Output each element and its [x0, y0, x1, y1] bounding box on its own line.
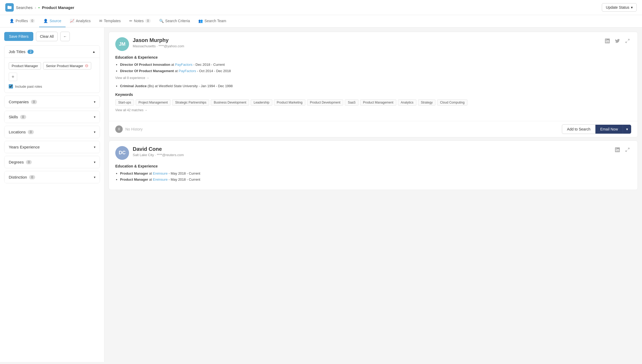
- profile-details: Jason Murphy Massachusetts · ****@yahoo.…: [133, 37, 184, 48]
- keyword-product-development: Product Development: [307, 99, 343, 106]
- email-now-button[interactable]: Email Now: [595, 125, 623, 134]
- exp-item-david-1: Product Manager at Ereinsure - May 2018 …: [120, 171, 631, 176]
- filter-companies-header[interactable]: Companies 0 ▾: [4, 96, 100, 108]
- filter-distinction-label: Distinction: [9, 175, 27, 179]
- history-section: 0 No History: [115, 125, 143, 133]
- include-past-roles: Include past roles: [9, 84, 95, 88]
- profile-main-david: DC David Cone Salt Lake City · ****@reut…: [109, 141, 638, 190]
- company-link-payfactors-1[interactable]: PayFactors: [175, 63, 192, 67]
- keywords-section: Keywords Start-ups Project Management St…: [115, 92, 631, 116]
- breadcrumb-dot: ●: [38, 6, 40, 9]
- tab-source[interactable]: 👤 Source: [39, 15, 65, 27]
- nav-tabs: 👤 Profiles 0 👤 Source 📈 Analytics ✉ Temp…: [0, 15, 642, 27]
- view-all-matches-link[interactable]: View all 42 matches →: [115, 108, 148, 112]
- filter-skills: Skills 0 ▾: [4, 111, 100, 123]
- profile-location-email-david: Salt Lake City · ****@reuters.com: [133, 153, 184, 157]
- profile-main: JM Jason Murphy Massachusetts · ****@yah…: [109, 32, 638, 121]
- avatar-david: DC: [115, 146, 129, 160]
- expand-icon-david[interactable]: [624, 146, 631, 153]
- filter-years-experience-header[interactable]: Years Experience ▾: [4, 141, 100, 153]
- keyword-project-management: Project Management: [136, 99, 171, 106]
- filter-distinction-header[interactable]: Distinction 0 ▾: [4, 171, 100, 183]
- keyword-start-ups: Start-ups: [115, 99, 134, 106]
- profile-card-jason-murphy: JM Jason Murphy Massachusetts · ****@yah…: [109, 32, 638, 137]
- profile-info-david: DC David Cone Salt Lake City · ****@reut…: [115, 146, 184, 160]
- analytics-icon: 📈: [70, 19, 74, 23]
- save-filters-button[interactable]: Save Filters: [4, 32, 33, 41]
- top-bar: Searches › ● Product Manager Update Stat…: [0, 0, 642, 15]
- breadcrumb-separator: ›: [35, 5, 36, 10]
- linkedin-icon[interactable]: [604, 37, 611, 45]
- linkedin-icon-david[interactable]: [614, 146, 621, 153]
- profile-card-david-cone: DC David Cone Salt Lake City · ****@reut…: [109, 141, 638, 190]
- chevron-down-icon: ▾: [94, 175, 95, 179]
- clear-all-button[interactable]: Clear All: [36, 32, 58, 41]
- tab-templates[interactable]: ✉ Templates: [95, 15, 125, 27]
- notes-icon: ✏: [129, 19, 132, 23]
- filter-companies-label: Companies: [9, 100, 29, 104]
- email-now-dropdown-button[interactable]: ▾: [623, 125, 631, 134]
- company-link-payfactors-2[interactable]: PayFactors: [179, 69, 196, 73]
- twitter-icon[interactable]: [614, 37, 621, 45]
- filter-companies: Companies 0 ▾: [4, 96, 100, 108]
- profile-location-email: Massachusetts · ****@yahoo.com: [133, 44, 184, 48]
- profile-info: JM Jason Murphy Massachusetts · ****@yah…: [115, 37, 184, 51]
- filter-distinction-badge: 0: [29, 175, 35, 179]
- education-list: Criminal Justice (Bs) at Westfield State…: [115, 83, 631, 89]
- tab-analytics[interactable]: 📈 Analytics: [66, 15, 95, 27]
- breadcrumb-current: Product Manager: [42, 5, 74, 10]
- keyword-cloud-computing: Cloud Computing: [437, 99, 467, 106]
- include-past-roles-checkbox[interactable]: [9, 84, 13, 88]
- content-area: JM Jason Murphy Massachusetts · ****@yah…: [104, 27, 642, 362]
- view-all-experience-link[interactable]: View all 8 experience →: [115, 76, 149, 80]
- chevron-down-icon: ▾: [94, 160, 95, 164]
- filter-degrees-badge: 0: [26, 160, 32, 164]
- keyword-strategy: Strategy: [418, 99, 436, 106]
- profile-icons: [604, 37, 631, 45]
- add-job-title-button[interactable]: +: [9, 73, 17, 81]
- collapse-sidebar-button[interactable]: ←: [60, 32, 70, 41]
- remove-senior-pm-button[interactable]: ⊖: [85, 64, 88, 68]
- filter-skills-header[interactable]: Skills 0 ▾: [4, 111, 100, 123]
- tab-profiles[interactable]: 👤 Profiles 0: [5, 15, 39, 27]
- breadcrumb-searches[interactable]: Searches: [16, 5, 33, 10]
- education-experience-title-david: Education & Experience: [115, 164, 631, 168]
- avatar: JM: [115, 37, 129, 51]
- update-status-button[interactable]: Update Status ▾: [602, 3, 637, 12]
- profile-footer-jason-murphy: 0 No History Add to Search Email Now ▾: [109, 121, 638, 137]
- filter-skills-badge: 0: [20, 115, 26, 119]
- tab-notes[interactable]: ✏ Notes 0: [125, 15, 155, 27]
- profile-name-david: David Cone: [133, 146, 184, 152]
- include-past-roles-label: Include past roles: [15, 85, 42, 88]
- experience-list: Director Of Product Innovation at PayFac…: [115, 62, 631, 73]
- filter-degrees: Degrees 0 ▾: [4, 156, 100, 168]
- filter-distinction: Distinction 0 ▾: [4, 171, 100, 183]
- filter-locations-header[interactable]: Locations 0 ▾: [4, 126, 100, 138]
- tag-senior-product-manager: Senior Product Manager ⊖: [43, 62, 91, 69]
- keyword-product-management: Product Management: [360, 99, 396, 106]
- source-icon: 👤: [43, 19, 48, 23]
- tab-search-team[interactable]: 👥 Search Team: [194, 15, 230, 27]
- filter-degrees-header[interactable]: Degrees 0 ▾: [4, 156, 100, 168]
- footer-actions: Add to Search Email Now ▾: [562, 124, 631, 134]
- keyword-analytics: Analytics: [398, 99, 416, 106]
- history-badge: 0: [115, 125, 123, 133]
- filter-job-titles-header[interactable]: Job Titles 2 ▲: [4, 46, 100, 58]
- education-experience-title: Education & Experience: [115, 55, 631, 59]
- keyword-business-development: Business Development: [211, 99, 249, 106]
- company-link-ereinsure-2[interactable]: Ereinsure: [153, 178, 168, 181]
- profile-icons-david: [614, 146, 631, 153]
- education-item-1: Criminal Justice (Bs) at Westfield State…: [120, 83, 631, 89]
- expand-icon[interactable]: [624, 37, 631, 45]
- keyword-tags: Start-ups Project Management Strategic P…: [115, 99, 631, 106]
- folder-icon: [5, 3, 14, 12]
- templates-icon: ✉: [99, 19, 102, 23]
- exp-item-1: Director Of Product Innovation at PayFac…: [120, 62, 631, 67]
- filter-locations-label: Locations: [9, 130, 26, 134]
- company-link-ereinsure-1[interactable]: Ereinsure: [153, 171, 168, 175]
- tab-search-criteria[interactable]: 🔍 Search Criteria: [155, 15, 194, 27]
- keyword-leadership: Leadership: [251, 99, 272, 106]
- chevron-down-icon: ▾: [94, 100, 95, 104]
- add-to-search-button[interactable]: Add to Search: [562, 124, 595, 134]
- keyword-strategic-partnerships: Strategic Partnerships: [172, 99, 209, 106]
